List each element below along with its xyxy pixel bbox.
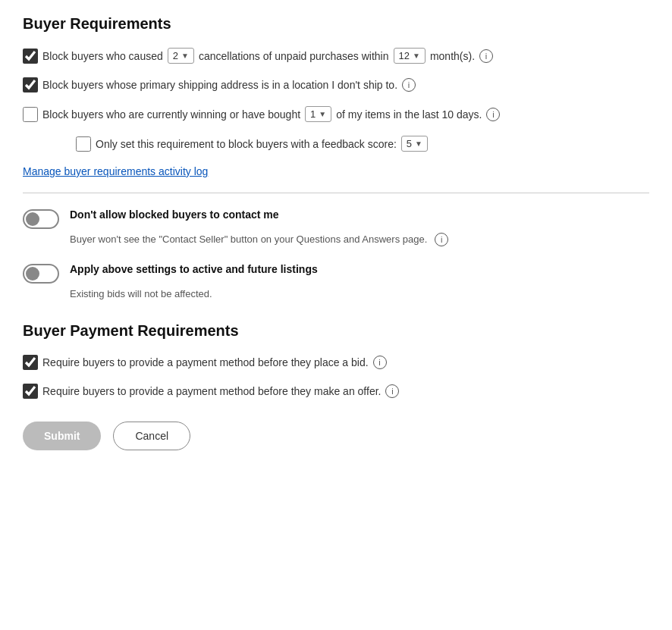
info-icon[interactable]: i — [385, 384, 399, 398]
row1-dropdown2[interactable]: 12 ▼ — [394, 48, 425, 64]
toggle-apply-listings-section: Apply above settings to active and futur… — [23, 263, 649, 299]
row1-label-after: month(s). — [430, 50, 475, 62]
toggle1[interactable] — [23, 209, 59, 229]
row2-checkbox[interactable] — [23, 77, 38, 92]
info-icon[interactable]: i — [435, 233, 448, 246]
row3-dropdown[interactable]: 1 ▼ — [305, 106, 331, 122]
toggle2-description: Existing bids will not be affected. — [70, 288, 212, 299]
payment-row1-wrap: Require buyers to provide a payment meth… — [23, 355, 649, 370]
row3-label-before: Block buyers who are currently winning o… — [42, 108, 300, 121]
payment-row2-label: Require buyers to provide a payment meth… — [42, 385, 381, 397]
row1-dropdown1[interactable]: 2 ▼ — [168, 48, 194, 64]
row4-checkbox[interactable] — [76, 136, 91, 152]
row4-dropdown[interactable]: 5 ▼ — [401, 136, 428, 152]
row2-wrap: Block buyers whose primary shipping addr… — [23, 77, 649, 92]
row3-wrap: Block buyers who are currently winning o… — [23, 106, 649, 122]
chevron-down-icon: ▼ — [319, 110, 326, 118]
toggle1-row: Don't allow blocked buyers to contact me — [23, 208, 649, 229]
row1-dropdown1-value: 2 — [173, 50, 178, 61]
toggle1-slider — [23, 209, 59, 229]
row4-label-before: Only set this requirement to block buyer… — [96, 138, 397, 150]
info-icon[interactable]: i — [402, 78, 416, 92]
row1-checkbox[interactable] — [23, 49, 38, 64]
row3-dropdown-value: 1 — [310, 108, 316, 120]
toggle-block-contact-section: Don't allow blocked buyers to contact me… — [23, 208, 649, 246]
row-feedback-score: Only set this requirement to block buyer… — [76, 136, 649, 152]
row-block-winning: Block buyers who are currently winning o… — [23, 106, 649, 122]
manage-link-row: Manage buyer requirements activity log — [23, 165, 649, 177]
payment-row1: Require buyers to provide a payment meth… — [23, 355, 649, 370]
row-block-shipping: Block buyers whose primary shipping addr… — [23, 77, 649, 92]
toggle1-desc-row: Buyer won't see the "Contact Seller" but… — [70, 233, 649, 246]
info-icon[interactable]: i — [373, 356, 387, 369]
row3-label-after: of my items in the last 10 days. — [336, 108, 482, 121]
payment-row1-checkbox[interactable] — [23, 355, 38, 370]
row3-checkbox[interactable] — [23, 107, 38, 122]
payment-requirements-title: Buyer Payment Requirements — [23, 322, 649, 340]
row1-wrap: Block buyers who caused 2 ▼ cancellation… — [23, 48, 649, 64]
payment-row1-label: Require buyers to provide a payment meth… — [42, 356, 369, 368]
buyer-payment-requirements-section: Buyer Payment Requirements Require buyer… — [23, 322, 649, 450]
chevron-down-icon: ▼ — [415, 139, 422, 148]
section-divider — [23, 193, 649, 193]
manage-link[interactable]: Manage buyer requirements activity log — [23, 165, 208, 177]
toggle2-title: Apply above settings to active and futur… — [70, 263, 318, 275]
row1-dropdown2-value: 12 — [399, 50, 410, 61]
payment-row2-checkbox[interactable] — [23, 384, 38, 399]
row1-label-before: Block buyers who caused — [42, 50, 163, 62]
row-block-cancellations: Block buyers who caused 2 ▼ cancellation… — [23, 48, 649, 64]
toggle1-content: Don't allow blocked buyers to contact me — [70, 208, 279, 223]
buyer-requirements-title: Buyer Requirements — [23, 15, 649, 33]
toggle1-description: Buyer won't see the "Contact Seller" but… — [70, 234, 427, 245]
row4-dropdown-value: 5 — [407, 138, 412, 149]
row2-label: Block buyers whose primary shipping addr… — [42, 79, 397, 91]
toggle2-row: Apply above settings to active and futur… — [23, 263, 649, 284]
toggle1-title: Don't allow blocked buyers to contact me — [70, 208, 279, 221]
chevron-down-icon: ▼ — [181, 52, 189, 60]
submit-button[interactable]: Submit — [23, 422, 101, 450]
buyer-requirements-section: Buyer Requirements Block buyers who caus… — [23, 15, 649, 299]
row1-label-middle: cancellations of unpaid purchases within — [199, 50, 389, 62]
info-icon[interactable]: i — [479, 49, 493, 63]
toggle2-desc-row: Existing bids will not be affected. — [70, 287, 649, 299]
info-icon[interactable]: i — [486, 108, 500, 121]
chevron-down-icon: ▼ — [413, 52, 420, 60]
cancel-button[interactable]: Cancel — [113, 422, 190, 450]
toggle2-slider — [23, 264, 59, 284]
toggle2-content: Apply above settings to active and futur… — [70, 263, 318, 277]
button-row: Submit Cancel — [23, 422, 649, 450]
payment-row2-wrap: Require buyers to provide a payment meth… — [23, 384, 649, 399]
payment-row2: Require buyers to provide a payment meth… — [23, 384, 649, 399]
toggle2[interactable] — [23, 264, 59, 284]
